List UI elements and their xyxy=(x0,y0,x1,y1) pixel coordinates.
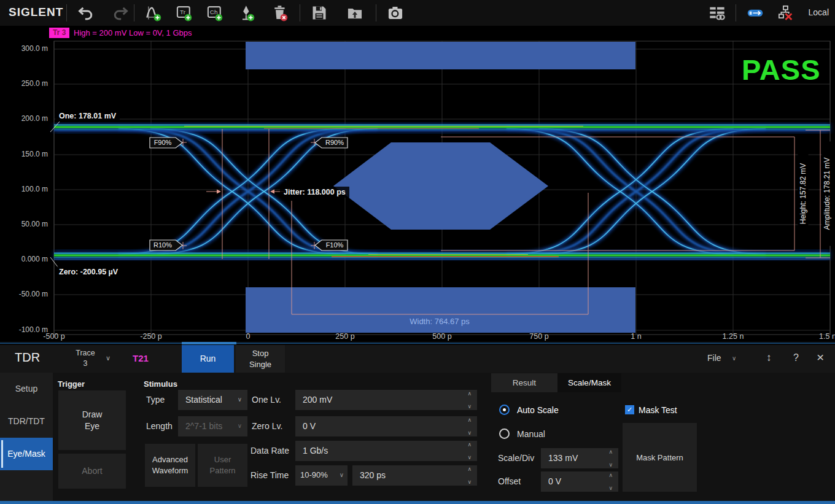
undo-button[interactable] xyxy=(76,4,96,22)
usb-status xyxy=(745,4,765,22)
scale-div-spinner[interactable]: 133 mV ∧ ∨ xyxy=(541,448,618,468)
close-panel-icon[interactable]: × xyxy=(817,350,824,365)
lan-disconnected-icon xyxy=(777,4,794,21)
rise-time-range-dropdown[interactable]: 10-90% ∨ xyxy=(295,465,348,486)
data-rate-value: 1 Gb/s xyxy=(303,446,328,456)
spinner-up-icon[interactable]: ∧ xyxy=(608,472,613,478)
offset-spinner[interactable]: 0 V ∧ ∨ xyxy=(541,471,618,492)
y-tick: 250.0 m xyxy=(0,79,48,88)
trace-selector-label: Trace xyxy=(69,348,102,359)
delete-button[interactable] xyxy=(270,4,290,22)
advanced-waveform-line1: Advanced xyxy=(152,454,188,465)
delete-trash-icon xyxy=(271,4,289,21)
tab-tdr-tdt[interactable]: TDR/TDT xyxy=(0,405,53,438)
divider-highlight[interactable] xyxy=(182,342,236,344)
single-label: Single xyxy=(249,359,271,370)
one-lv-label: One Lv. xyxy=(252,395,281,405)
rise-time-spinner[interactable]: 320 ps ∧ ∨ xyxy=(352,465,477,486)
trace-selector[interactable]: Trace 3 xyxy=(69,348,102,369)
x-tick: 1 n xyxy=(615,332,658,341)
stimulus-header: Stimulus xyxy=(144,379,177,389)
x-tick: 750 p xyxy=(518,332,561,341)
auto-scale-radio[interactable] xyxy=(499,405,510,415)
spinner-down-icon[interactable]: ∨ xyxy=(467,454,472,460)
resize-panel-icon[interactable]: ↕ xyxy=(766,352,772,364)
flag-f10: F10% xyxy=(321,240,348,250)
mask-test-checkbox[interactable]: ✓ xyxy=(625,405,634,414)
rise-time-value: 320 ps xyxy=(360,470,386,480)
spinner-down-icon[interactable]: ∨ xyxy=(467,479,472,485)
x-tick: -250 p xyxy=(130,332,173,341)
flag-r10: R10% xyxy=(149,240,176,250)
advanced-waveform-button[interactable]: Advanced Waveform xyxy=(145,444,195,487)
spinner-down-icon[interactable]: ∨ xyxy=(467,430,472,436)
local-status-label: Local xyxy=(809,7,829,17)
open-folder-icon xyxy=(346,4,363,21)
x-tick: 500 p xyxy=(421,332,464,341)
chevron-down-icon: ∨ xyxy=(340,471,344,478)
tab-result[interactable]: Result xyxy=(491,373,557,392)
camera-icon xyxy=(387,4,404,21)
flag-r90: R90% xyxy=(321,138,348,148)
amplitude-label: Amplitude: 178.21 mV xyxy=(822,142,833,246)
mask-pattern-button[interactable]: Mask Pattern xyxy=(623,423,697,492)
tab-scale-mask[interactable]: Scale/Mask xyxy=(557,373,621,392)
offset-label: Offset xyxy=(498,476,521,486)
tab-eye-mask[interactable]: Eye/Mask xyxy=(0,438,53,470)
width-label: Width: 764.67 ps xyxy=(369,317,510,326)
screenshot-button[interactable] xyxy=(386,4,405,22)
tab-setup[interactable]: Setup xyxy=(0,373,53,405)
spinner-up-icon[interactable]: ∧ xyxy=(467,417,472,423)
add-trace-button[interactable]: Tr xyxy=(174,4,194,22)
y-tick: 50.00 m xyxy=(0,220,48,228)
spinner-down-icon[interactable]: ∨ xyxy=(467,403,472,409)
chevron-down-icon[interactable]: ∨ xyxy=(732,355,736,362)
add-marker-button[interactable] xyxy=(237,4,257,22)
spinner-up-icon[interactable]: ∧ xyxy=(608,449,613,455)
radio-dot xyxy=(503,408,506,411)
toolbar-separator xyxy=(134,4,134,21)
bottom-accent-strip xyxy=(0,501,835,504)
add-waveform-button[interactable] xyxy=(144,4,163,22)
open-button[interactable] xyxy=(345,4,365,22)
length-dropdown[interactable]: 2^7-1 bits ∨ xyxy=(178,416,247,436)
toolbar-separator xyxy=(736,4,736,21)
chevron-down-icon[interactable]: ∨ xyxy=(106,354,111,362)
zero-lv-spinner[interactable]: 0 V ∧ ∨ xyxy=(295,416,477,436)
spinner-down-icon[interactable]: ∨ xyxy=(608,485,613,491)
session-list-button[interactable] xyxy=(707,4,727,22)
add-channel-button[interactable]: Ch xyxy=(205,4,225,22)
help-icon[interactable]: ? xyxy=(793,352,799,363)
toolbar-separator xyxy=(66,4,67,21)
advanced-waveform-line2: Waveform xyxy=(152,465,188,476)
undo-icon xyxy=(77,4,95,21)
type-dropdown[interactable]: Statistical ∨ xyxy=(178,390,247,410)
draw-eye-button[interactable]: Draw Eye xyxy=(58,390,126,450)
save-button[interactable] xyxy=(309,4,329,22)
app-title: TDR xyxy=(15,351,40,365)
spinner-down-icon[interactable]: ∨ xyxy=(608,462,613,468)
callout-lines xyxy=(50,122,60,268)
redo-button[interactable] xyxy=(111,4,130,22)
chevron-down-icon: ∨ xyxy=(238,396,242,403)
spinner-up-icon[interactable]: ∧ xyxy=(467,466,472,472)
one-lv-spinner[interactable]: 200 mV ∧ ∨ xyxy=(295,390,477,410)
add-trace-icon: Tr xyxy=(176,4,193,21)
type-label: Type xyxy=(146,395,165,405)
user-pattern-button[interactable]: User Pattern xyxy=(198,444,247,487)
file-menu[interactable]: File xyxy=(707,353,721,363)
spinner-up-icon[interactable]: ∧ xyxy=(467,390,472,397)
manual-radio[interactable] xyxy=(499,428,510,439)
data-rate-spinner[interactable]: 1 Gb/s ∧ ∨ xyxy=(295,441,477,461)
usb-icon xyxy=(747,4,764,21)
spinner-up-icon[interactable]: ∧ xyxy=(467,441,472,448)
abort-button[interactable]: Abort xyxy=(58,454,126,489)
flag-f90: F90% xyxy=(149,138,176,148)
draw-eye-line2: Eye xyxy=(85,421,99,432)
auto-scale-label: Auto Scale xyxy=(517,405,559,415)
run-button[interactable]: Run xyxy=(182,345,234,373)
stop-single-button[interactable]: Stop Single xyxy=(236,345,285,373)
height-label: Height: 157.82 mV xyxy=(798,142,809,246)
user-pattern-line1: User xyxy=(214,454,231,465)
manual-label: Manual xyxy=(517,429,545,439)
